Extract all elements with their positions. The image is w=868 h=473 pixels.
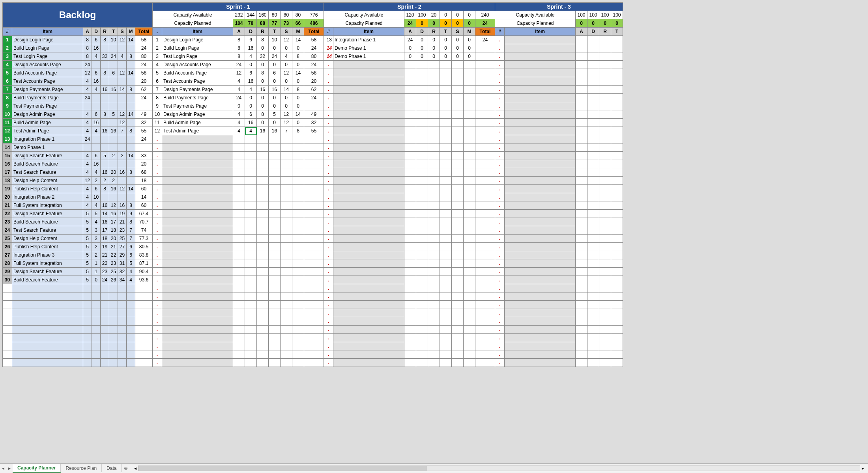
backlog-item[interactable]: Test Login Page	[12, 52, 83, 61]
backlog-item[interactable]: Build Login Page	[12, 44, 83, 52]
scroll-right-arrow[interactable]: ▸	[860, 466, 866, 471]
backlog-item[interactable]: Build Search Feature	[12, 276, 83, 284]
backlog-item[interactable]: Integration Phase 3	[12, 251, 83, 259]
sprint1-title: Sprint - 1	[153, 3, 324, 11]
backlog-item[interactable]: Build Search Feature	[12, 160, 83, 168]
backlog-item[interactable]: Design Search Feature	[12, 210, 83, 218]
backlog-item[interactable]: Design Help Content	[12, 177, 83, 185]
s2-cap-avail-label: Capacity Available	[324, 11, 404, 19]
s1-cap-avail-label: Capacity Available	[153, 11, 233, 19]
tab-nav-prev[interactable]: ▸	[6, 466, 13, 471]
backlog-title: Backlog	[3, 3, 153, 28]
backlog-item[interactable]: Full System Integration	[12, 259, 83, 268]
backlog-item[interactable]: Build Payments Page	[12, 94, 83, 102]
s3-cap-plan-label: Capacity Planned	[495, 19, 576, 28]
backlog-item[interactable]: Full System Integration	[12, 201, 83, 210]
s2-cap-plan-label: Capacity Planned	[324, 19, 404, 28]
scroll-left-arrow[interactable]: ◂	[133, 466, 138, 471]
backlog-item[interactable]: Test Accounts Page	[12, 77, 83, 86]
backlog-item[interactable]: Design Login Page	[12, 36, 83, 44]
backlog-item[interactable]: Test Admin Page	[12, 127, 83, 135]
tab-resource-plan[interactable]: Resource Plan	[61, 464, 102, 472]
sprint2-title: Sprint - 2	[324, 3, 495, 11]
backlog-item[interactable]: Demo Phase 1	[12, 143, 83, 152]
sprint3-title: Sprint - 3	[495, 3, 623, 11]
backlog-item[interactable]: Design Payments Page	[12, 86, 83, 94]
backlog-item[interactable]: Test Payments Page	[12, 102, 83, 110]
tab-add-button[interactable]: ⊕	[122, 466, 130, 471]
backlog-item[interactable]: Test Search Feature	[12, 168, 83, 177]
backlog-item[interactable]: Publish Help Content	[12, 243, 83, 251]
backlog-item[interactable]: Build Search Feature	[12, 218, 83, 226]
backlog-item[interactable]: Design Help Content	[12, 235, 83, 243]
tab-data[interactable]: Data	[102, 464, 122, 472]
backlog-item[interactable]: Design Accounts Page	[12, 61, 83, 69]
backlog-item[interactable]: Design Search Feature	[12, 268, 83, 276]
backlog-item[interactable]: Integration Phase 1	[12, 135, 83, 143]
capacity-grid[interactable]: BacklogSprint - 1Sprint - 2Sprint - 3Cap…	[2, 2, 623, 367]
backlog-item[interactable]: Design Search Feature	[12, 152, 83, 160]
backlog-item[interactable]: Build Admin Page	[12, 119, 83, 127]
backlog-item[interactable]: Design Admin Page	[12, 110, 83, 119]
backlog-item[interactable]: Test Search Feature	[12, 226, 83, 235]
spreadsheet-sheet[interactable]: BacklogSprint - 1Sprint - 2Sprint - 3Cap…	[0, 0, 868, 463]
tab-nav-first[interactable]: ◂	[0, 466, 6, 471]
tab-capacity-planner[interactable]: Capacity Planner	[13, 464, 61, 473]
sheet-tabs-bar: ◂ ▸ Capacity Planner Resource Plan Data …	[0, 463, 868, 473]
horizontal-scrollbar[interactable]	[138, 466, 860, 471]
backlog-item[interactable]: Integration Phase 2	[12, 193, 83, 201]
backlog-item[interactable]: Publish Help Content	[12, 185, 83, 193]
s1-cap-plan-label: Capacity Planned	[153, 19, 233, 28]
backlog-item[interactable]: Build Accounts Page	[12, 69, 83, 77]
s3-cap-avail-label: Capacity Available	[495, 11, 576, 19]
